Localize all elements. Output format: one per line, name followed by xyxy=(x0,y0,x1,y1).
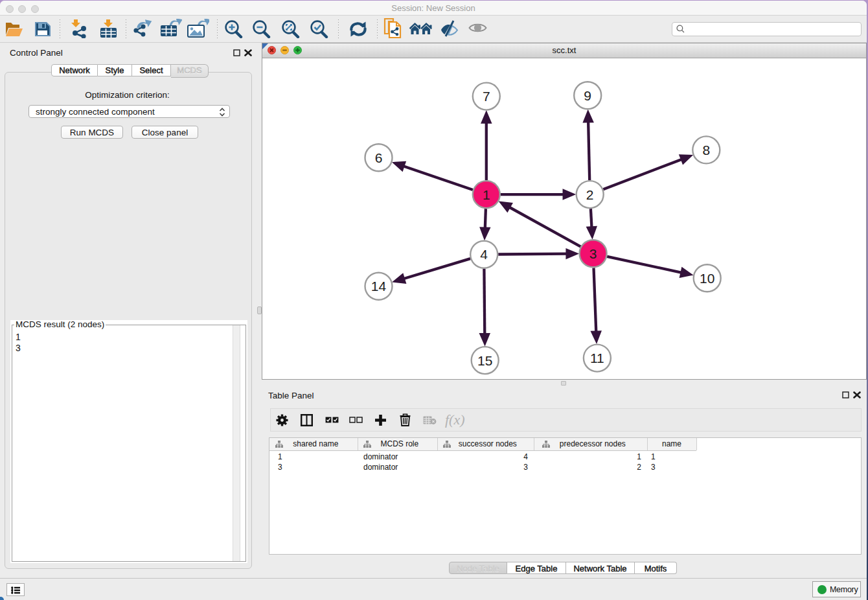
svg-text:6: 6 xyxy=(375,150,383,165)
svg-text:3: 3 xyxy=(589,246,597,261)
svg-text:7: 7 xyxy=(483,89,490,104)
svg-text:1: 1 xyxy=(483,187,490,202)
svg-text:11: 11 xyxy=(590,351,604,365)
svg-text:8: 8 xyxy=(702,143,710,157)
svg-text:14: 14 xyxy=(371,279,387,294)
svg-text:9: 9 xyxy=(584,88,591,103)
svg-text:10: 10 xyxy=(700,271,714,286)
svg-text:15: 15 xyxy=(477,353,492,368)
svg-text:4: 4 xyxy=(480,247,488,262)
svg-text:2: 2 xyxy=(586,187,594,202)
